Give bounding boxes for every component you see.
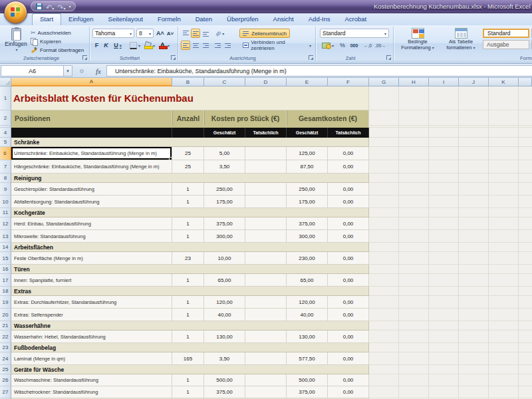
decrease-decimal-button[interactable]: ,00→	[374, 41, 386, 50]
cell-style-ausgabe[interactable]: Ausgabe	[483, 40, 529, 49]
column-header-d[interactable]: D	[245, 78, 287, 86]
tab-ansicht[interactable]: Ansicht	[266, 13, 301, 25]
row-header-19[interactable]: 19	[0, 296, 11, 309]
select-all-corner[interactable]	[0, 78, 11, 86]
cell-C17[interactable]: 65,00	[204, 274, 245, 287]
cell-D17[interactable]	[245, 274, 287, 287]
cell-E27[interactable]: 375,00	[287, 386, 328, 398]
cell-F27[interactable]: 0,00	[328, 386, 369, 398]
cell-B9[interactable]: 1	[172, 183, 204, 196]
empty-cells[interactable]	[369, 343, 532, 352]
redo-dropdown-icon[interactable]: ▾	[63, 7, 65, 11]
cell-F12[interactable]: 0,00	[328, 217, 369, 230]
redo-button[interactable]: ↷▾	[57, 1, 65, 13]
cell-C19[interactable]: 120,00	[204, 296, 245, 309]
cell-C27[interactable]: 375,00	[204, 386, 245, 398]
empty-cells[interactable]	[369, 160, 532, 174]
cell-D10[interactable]	[245, 196, 287, 208]
cell-F19[interactable]: 0,00	[328, 296, 369, 309]
cell-B17[interactable]: 1	[172, 274, 204, 287]
increase-indent-button[interactable]	[223, 41, 232, 50]
cell-B19[interactable]: 1	[172, 296, 204, 309]
column-header-e[interactable]: E	[287, 78, 328, 86]
cell-C22[interactable]: 130,00	[204, 331, 245, 343]
currency-button[interactable]: ▾	[320, 41, 336, 50]
cell-A12[interactable]: Herd: Einbau, Standardausführung	[11, 217, 172, 230]
cell-C15[interactable]: 10,00	[204, 252, 245, 265]
subheader-tatsaechlich1-cell[interactable]: Tatsächlich	[245, 128, 287, 138]
alignment-dialog-launcher-icon[interactable]	[309, 55, 313, 60]
cell-D9[interactable]	[245, 183, 287, 196]
row-header-6[interactable]: 6	[0, 147, 11, 160]
paste-dropdown-icon[interactable]: ▾	[15, 47, 17, 52]
empty-cells[interactable]	[369, 352, 532, 365]
cell-F17[interactable]: 0,00	[328, 274, 369, 287]
section-header-cell-8[interactable]: Reinigung	[11, 174, 369, 183]
cell-E10[interactable]: 175,00	[287, 196, 328, 208]
cell-A15[interactable]: Feste Oberfläche (Menge in m)	[11, 252, 172, 265]
row-header-7[interactable]: 7	[0, 160, 11, 174]
empty-cells[interactable]	[369, 174, 532, 183]
row-header-5[interactable]: 5	[0, 138, 11, 147]
subheader-tatsaechlich2-cell[interactable]: Tatsächlich	[328, 128, 369, 138]
wrap-text-button[interactable]: Zeilenumbruch	[239, 29, 290, 38]
row-header-26[interactable]: 26	[0, 374, 11, 386]
clipboard-dialog-launcher-icon[interactable]	[82, 55, 87, 60]
section-header-cell-25[interactable]: Geräte für Wäsche	[11, 365, 369, 374]
section-header-cell-5[interactable]: Schränke	[11, 138, 369, 147]
tab-einf-gen[interactable]: Einfügen	[61, 13, 101, 25]
cell-E12[interactable]: 375,00	[287, 217, 328, 230]
thousands-button[interactable]: 000	[348, 41, 360, 50]
tab-seitenlayout[interactable]: Seitenlayout	[101, 13, 150, 25]
cell-A27[interactable]: Wäschetrockner: Standardausführung	[11, 386, 172, 398]
format-as-table-button[interactable]: Als Tabelle formatieren▾	[440, 28, 481, 51]
italic-button[interactable]: K	[102, 41, 110, 50]
column-header-g[interactable]: G	[369, 78, 399, 86]
section-header-cell-16[interactable]: Türen	[11, 265, 369, 274]
font-color-button[interactable]: A▾	[158, 41, 171, 50]
font-name-combo[interactable]: Tahoma▾	[92, 29, 134, 38]
cell-B13[interactable]: 1	[172, 230, 204, 243]
align-left-button[interactable]	[181, 41, 190, 50]
section-header-cell-21[interactable]: Wasserhähne	[11, 321, 369, 331]
cell-E19[interactable]: 120,00	[287, 296, 328, 309]
fill-handle[interactable]	[169, 157, 172, 160]
header-anzahl-cell[interactable]: Anzahl	[172, 110, 204, 126]
row-header-23[interactable]: 23	[0, 343, 11, 352]
align-center-button[interactable]	[191, 41, 200, 50]
row-header-25[interactable]: 25	[0, 365, 11, 374]
cell-E20[interactable]: 40,00	[287, 309, 328, 321]
cell-A7[interactable]: Hängeschränke: Einbauküche, Standardausf…	[11, 160, 172, 174]
row-header-13[interactable]: 13	[0, 230, 11, 243]
header-kosten-cell[interactable]: Kosten pro Stück (€)	[204, 110, 287, 126]
percent-button[interactable]: %	[338, 41, 347, 50]
cell-A20[interactable]: Extras: Seifenspender	[11, 309, 172, 321]
cell-C6[interactable]: 5,00	[204, 147, 245, 160]
cell-style-standard[interactable]: Standard	[483, 29, 529, 38]
cell-C26[interactable]: 500,00	[204, 374, 245, 386]
copy-button[interactable]: Kopieren	[31, 37, 61, 45]
name-box-dropdown-icon[interactable]: ▼	[64, 65, 72, 76]
underline-button[interactable]: U▾	[111, 41, 124, 50]
font-name-dropdown-icon[interactable]: ▾	[130, 31, 132, 36]
cell-F7[interactable]: 0,00	[328, 160, 369, 174]
empty-cells[interactable]	[369, 208, 532, 217]
row-header-18[interactable]: 18	[0, 287, 11, 296]
empty-cells[interactable]	[369, 296, 532, 309]
cell-C20[interactable]: 40,00	[204, 309, 245, 321]
bold-button[interactable]: F	[92, 41, 101, 50]
cell-B10[interactable]: 1	[172, 196, 204, 208]
formula-input[interactable]: Unterschränke: Einbauküche, Standardausf…	[106, 65, 532, 76]
empty-cells[interactable]	[369, 128, 532, 138]
cell-B15[interactable]: 23	[172, 252, 204, 265]
font-color-dropdown-icon[interactable]: ▾	[168, 43, 170, 48]
cell-C7[interactable]: 3,50	[204, 160, 245, 174]
empty-cells[interactable]	[369, 86, 532, 110]
cell-E22[interactable]: 130,00	[287, 331, 328, 343]
row-header-24[interactable]: 24	[0, 352, 11, 365]
cell-F15[interactable]: 0,00	[328, 252, 369, 265]
empty-cells[interactable]	[369, 243, 532, 252]
empty-cells[interactable]	[369, 287, 532, 296]
empty-cells[interactable]	[369, 230, 532, 243]
increase-decimal-button[interactable]: ←,0	[362, 41, 374, 50]
